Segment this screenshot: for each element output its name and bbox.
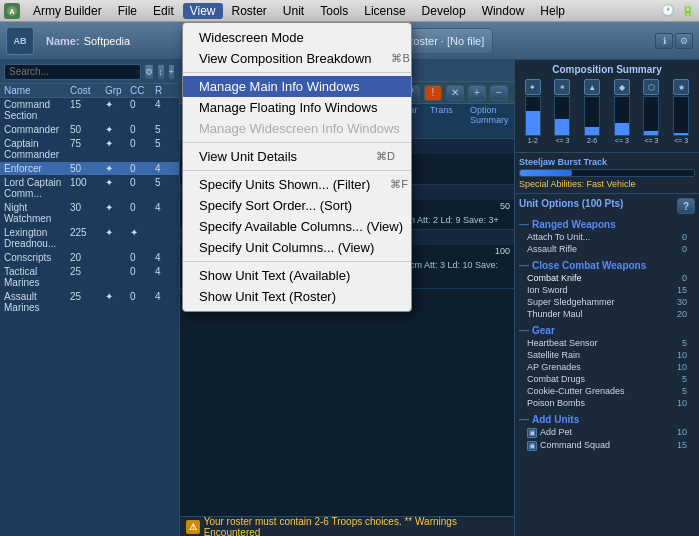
info-btn[interactable]: ℹ	[655, 33, 673, 49]
add-unit-btn[interactable]: +	[468, 85, 486, 101]
list-item[interactable]: Conscripts2004	[0, 251, 179, 265]
options-section: Add Units▣Add Pet10▣Command Squad15	[519, 413, 695, 452]
menu-separator	[183, 72, 411, 73]
app-logo: AB	[6, 27, 34, 55]
option-item[interactable]: Attach To Unit...0	[519, 231, 695, 243]
menu-help[interactable]: Help	[533, 3, 572, 19]
option-item[interactable]: Satellite Rain10	[519, 349, 695, 361]
settings-btn[interactable]: ⚙	[675, 33, 693, 49]
comp-bar-container	[554, 96, 570, 136]
list-item[interactable]: Captain Commander75✦05	[0, 137, 179, 162]
menu-item[interactable]: Specify Units Shown... (Filter)⌘F	[183, 174, 411, 195]
svg-text:A: A	[9, 8, 14, 15]
comp-bar	[615, 123, 629, 135]
menu-item[interactable]: Specify Unit Columns... (View)	[183, 237, 411, 258]
menu-item-label: Specify Units Shown... (Filter)	[199, 177, 370, 192]
menu-item-label: Show Unit Text (Available)	[199, 268, 350, 283]
menu-view[interactable]: View	[183, 3, 223, 19]
filter-btn[interactable]: ⚙	[144, 64, 154, 80]
list-item[interactable]: Assault Marines25✦04	[0, 290, 179, 315]
option-item[interactable]: ▣Command Squad15	[519, 439, 695, 452]
close-btn[interactable]: ✕	[446, 85, 464, 101]
menu-item[interactable]: Show Unit Text (Roster)	[183, 286, 411, 307]
menu-item-label: View Composition Breakdown	[199, 51, 371, 66]
option-cost: 5	[682, 338, 687, 348]
menu-window[interactable]: Window	[475, 3, 532, 19]
list-item[interactable]: Enforcer50✦04	[0, 162, 179, 176]
comp-range: <= 3	[615, 137, 629, 144]
menu-license[interactable]: License	[357, 3, 412, 19]
menubar: A Army Builder File Edit View Roster Uni…	[0, 0, 699, 22]
option-item[interactable]: Cookie-Cutter Grenades5	[519, 385, 695, 397]
menu-unit[interactable]: Unit	[276, 3, 311, 19]
menu-item[interactable]: Widescreen Mode	[183, 27, 411, 48]
steeljaw-track: Steeljaw Burst Track Special Abilities: …	[515, 153, 699, 194]
special-label: Special Abilities:	[519, 179, 584, 189]
list-item[interactable]: Lord Captain Comm...100✦05	[0, 176, 179, 201]
warn-btn[interactable]: !	[424, 85, 442, 101]
add-btn[interactable]: +	[168, 64, 176, 80]
option-cost: 30	[677, 297, 687, 307]
menu-item[interactable]: View Unit Details⌘D	[183, 146, 411, 167]
option-cost: 10	[677, 362, 687, 372]
menu-item[interactable]: Specify Sort Order... (Sort)	[183, 195, 411, 216]
list-item[interactable]: Lexington Dreadnou...225✦✦	[0, 226, 179, 251]
composition-summary: Composition Summary ✦ 1-2 ✶ <= 3 ▲ 2-6 ◆…	[515, 60, 699, 153]
comp-col: ▲ 2-6	[578, 79, 606, 144]
menu-armybuilder[interactable]: Army Builder	[26, 3, 109, 19]
menu-item[interactable]: Manage Floating Info Windows	[183, 97, 411, 118]
menu-item-label: Manage Floating Info Windows	[199, 100, 377, 115]
search-input[interactable]	[4, 64, 141, 80]
view-menu-dropdown[interactable]: Widescreen ModeView Composition Breakdow…	[182, 22, 412, 312]
menu-item-label: View Unit Details	[199, 149, 297, 164]
option-item[interactable]: Combat Drugs5	[519, 373, 695, 385]
option-cost: 10	[677, 350, 687, 360]
menu-tools[interactable]: Tools	[313, 3, 355, 19]
option-item[interactable]: Thunder Maul20	[519, 308, 695, 320]
menu-file[interactable]: File	[111, 3, 144, 19]
options-section-title: Add Units	[519, 413, 695, 426]
comp-bar	[585, 127, 599, 135]
list-item[interactable]: Tactical Marines2504	[0, 265, 179, 290]
list-item[interactable]: Commander50✦05	[0, 123, 179, 137]
option-item[interactable]: ▣Add Pet10	[519, 426, 695, 439]
unit-options-help[interactable]: ?	[677, 198, 695, 214]
comp-bar-container	[525, 96, 541, 136]
menu-edit[interactable]: Edit	[146, 3, 181, 19]
comp-bar	[644, 131, 658, 135]
unit-options-sections: Ranged WeaponsAttach To Unit...0Assault …	[519, 218, 695, 452]
option-name: Cookie-Cutter Grenades	[527, 386, 625, 396]
menu-item[interactable]: Show Unit Text (Available)	[183, 265, 411, 286]
option-name: ▣Add Pet	[527, 427, 572, 438]
warning-icon: ⚠	[186, 520, 200, 534]
option-item[interactable]: Assault Rifle0	[519, 243, 695, 255]
comp-col: ⬡ <= 3	[638, 79, 666, 144]
options-section: Ranged WeaponsAttach To Unit...0Assault …	[519, 218, 695, 255]
unit-options: Unit Options (100 Pts) ? Ranged WeaponsA…	[515, 194, 699, 536]
menu-item: Manage Widescreen Info Windows	[183, 118, 411, 139]
menu-item[interactable]: Manage Main Info Windows	[183, 76, 411, 97]
menu-develop[interactable]: Develop	[415, 3, 473, 19]
list-item[interactable]: Command Section15✦04	[0, 98, 179, 123]
option-item[interactable]: Combat Knife0	[519, 272, 695, 284]
option-item[interactable]: Super Sledgehammer30	[519, 296, 695, 308]
menu-shortcut: ⌘F	[390, 178, 408, 191]
menu-separator	[183, 261, 411, 262]
remove-unit-btn[interactable]: −	[490, 85, 508, 101]
option-name: Ion Sword	[527, 285, 568, 295]
menu-item[interactable]: View Composition Breakdown⌘B	[183, 48, 411, 69]
comp-summary-title: Composition Summary	[519, 64, 695, 75]
option-item[interactable]: Ion Sword15	[519, 284, 695, 296]
option-item[interactable]: AP Grenades10	[519, 361, 695, 373]
option-cost: 5	[682, 374, 687, 384]
menu-item-label: Manage Widescreen Info Windows	[199, 121, 400, 136]
option-item[interactable]: Poison Bombs10	[519, 397, 695, 409]
option-item[interactable]: Heartbeat Sensor5	[519, 337, 695, 349]
list-item[interactable]: Night Watchmen30✦04	[0, 201, 179, 226]
menu-item[interactable]: Specify Available Columns... (View)	[183, 216, 411, 237]
battery: 🔋	[681, 4, 695, 17]
menu-item-label: Specify Unit Columns... (View)	[199, 240, 374, 255]
sort-btn[interactable]: ↕	[157, 64, 165, 80]
comp-range: 2-6	[587, 137, 597, 144]
menu-roster[interactable]: Roster	[225, 3, 274, 19]
